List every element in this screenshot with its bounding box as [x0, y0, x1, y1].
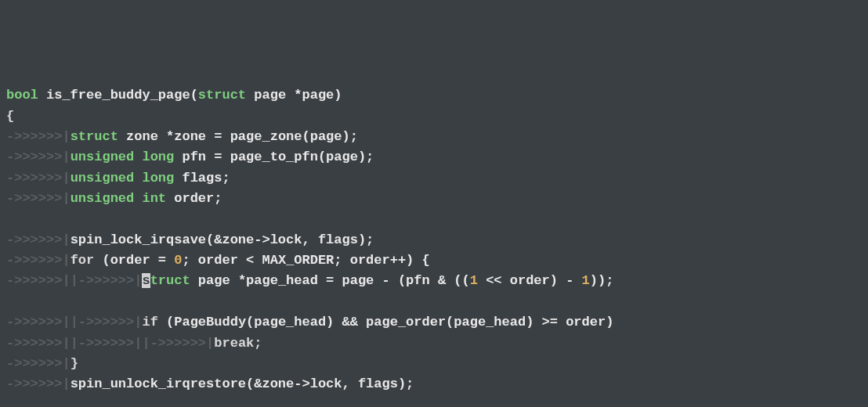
text-cursor[interactable]: s [142, 273, 150, 288]
whitespace-indicator: |->>>>>>| [71, 273, 143, 288]
call: spin_lock_irqsave(&zone->lock, flags); [71, 232, 374, 247]
code-line: ->>>>>>|for (order = 0; order < MAX_ORDE… [6, 250, 862, 271]
code-line-blank [6, 209, 862, 229]
code-line: ->>>>>>||->>>>>>||->>>>>>|break; [6, 333, 862, 354]
whitespace-indicator: ->>>>>>| [6, 171, 71, 185]
brace-open: { [6, 109, 14, 124]
code-line: ->>>>>>||->>>>>>|struct page *page_head … [6, 271, 862, 291]
whitespace-indicator: ->>>>>>| [6, 273, 71, 288]
code-line: ->>>>>>|struct zone *zone = page_zone(pa… [6, 127, 862, 147]
keyword-struct: struct [198, 88, 246, 103]
whitespace-indicator: ->>>>>>| [6, 191, 71, 206]
func-decl: is_free_buddy_page( [38, 88, 198, 103]
whitespace-indicator: ->>>>>>| [6, 315, 71, 330]
code-line: ->>>>>>||->>>>>>|if (PageBuddy(page_head… [6, 312, 862, 333]
var-decl: zone *zone = page_zone(page); [118, 129, 358, 144]
whitespace-indicator: ->>>>>>| [6, 149, 71, 164]
for-clause: (order = [94, 253, 174, 268]
code-line: ->>>>>>|unsigned int order; [6, 189, 862, 209]
code-line: { [6, 106, 862, 127]
semicolon: ; [254, 336, 262, 351]
code-line: ->>>>>>|} [6, 354, 862, 374]
condition: (PageBuddy(page_head) && page_order(page… [158, 315, 614, 330]
number-literal: 1 [470, 273, 478, 288]
code-line: ->>>>>>|spin_lock_irqsave(&zone->lock, f… [6, 230, 862, 250]
code-line: ->>>>>>|unsigned long flags; [6, 168, 862, 189]
var-decl: flags; [174, 171, 230, 185]
number-literal: 0 [174, 253, 182, 268]
code-line: ->>>>>>|spin_unlock_irqrestore(&zone->lo… [6, 374, 862, 394]
var-decl: pfn = page_to_pfn(page); [174, 149, 374, 164]
keyword-unsigned: unsigned [71, 149, 135, 164]
keyword-unsigned: unsigned [71, 171, 135, 185]
var-decl: order; [166, 191, 222, 206]
whitespace-indicator: ->>>>>>| [6, 232, 71, 247]
brace-close: } [71, 356, 78, 371]
keyword-struct-partial: truct [150, 273, 190, 288]
keyword-int: int [134, 191, 166, 206]
keyword-break: break [214, 336, 254, 351]
code-editor[interactable]: bool is_free_buddy_page(struct page *pag… [6, 85, 862, 407]
code-line: ->>>>>>|unsigned long pfn = page_to_pfn(… [6, 147, 862, 167]
whitespace-indicator: |->>>>>>| [142, 336, 214, 351]
whitespace-indicator: ->>>>>>| [6, 253, 71, 268]
keyword-if: if [142, 315, 157, 330]
var-decl: page *page_head = page - (pfn & (( [190, 273, 470, 288]
call: spin_unlock_irqrestore(&zone->lock, flag… [71, 376, 414, 391]
code-line: bool is_free_buddy_page(struct page *pag… [6, 85, 862, 106]
expr-end: )); [590, 273, 614, 288]
whitespace-indicator: ->>>>>>| [6, 336, 71, 351]
whitespace-indicator: |->>>>>>| [71, 336, 143, 351]
expr: << order) - [478, 273, 582, 288]
code-line-blank [6, 395, 862, 407]
whitespace-indicator: ->>>>>>| [6, 376, 71, 391]
keyword-bool: bool [6, 88, 38, 103]
keyword-long: long [134, 171, 174, 185]
whitespace-indicator: |->>>>>>| [71, 315, 143, 330]
code-line-blank [6, 292, 862, 312]
whitespace-indicator: ->>>>>>| [6, 356, 71, 371]
keyword-long: long [134, 149, 174, 164]
whitespace-indicator: ->>>>>>| [6, 129, 71, 144]
keyword-struct: struct [71, 129, 118, 144]
keyword-unsigned: unsigned [71, 191, 135, 206]
for-clause: ; order < MAX_ORDER; order++) { [182, 253, 429, 268]
keyword-for: for [71, 253, 95, 268]
param: page *page) [246, 88, 342, 103]
number-literal: 1 [582, 273, 590, 288]
